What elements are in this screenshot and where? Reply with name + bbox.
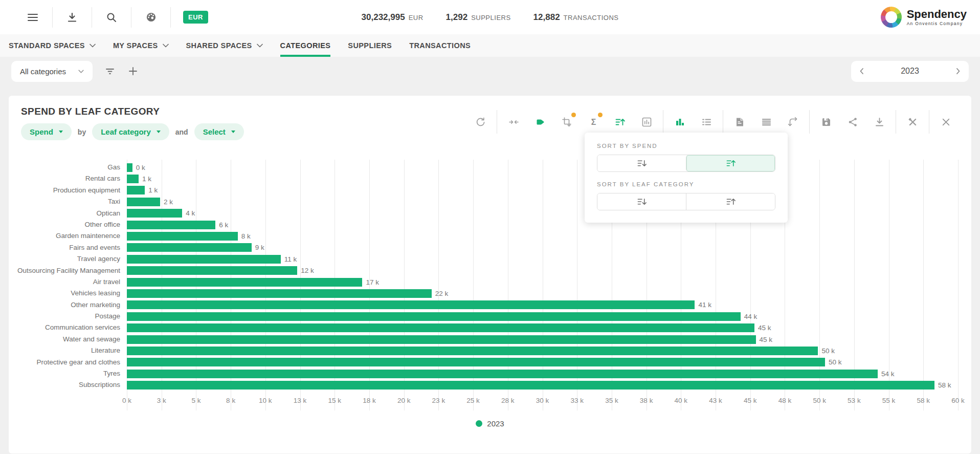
bar[interactable] [127,312,741,321]
x-tick-label: 60 k [951,397,965,404]
x-tick-label: 55 k [882,397,896,404]
download-icon [66,12,78,23]
bar-value-label: 54 k [881,370,895,378]
sort-descending-icon [637,158,647,168]
search-button[interactable] [92,0,131,34]
next-year-button[interactable] [956,68,961,75]
topbar-icon-group: EUR [13,0,208,34]
add-filter-button[interactable] [128,67,138,76]
secondary-selector[interactable]: Select [194,123,244,140]
table-view-button[interactable] [753,110,779,134]
nav-shared-spaces[interactable]: SHARED SPACES [186,34,263,57]
x-tick-label: 30 k [536,397,549,404]
sort-category-descending-button[interactable] [597,193,686,210]
nav-label: STANDARD SPACES [9,41,85,50]
bar[interactable] [127,255,281,264]
download-button[interactable] [53,0,92,34]
sort-spend-ascending-button[interactable] [686,155,775,171]
bar[interactable] [127,335,756,344]
measure-value: Spend [30,127,53,136]
tools-icon [907,117,918,127]
chevron-down-icon [78,70,84,73]
collapse-columns-button[interactable] [500,110,527,134]
tools-button[interactable] [899,110,926,134]
bar[interactable] [127,370,878,378]
measure-selector[interactable]: Spend [21,123,72,140]
plus-icon [128,67,138,76]
menu-icon [27,11,39,24]
nav-suppliers[interactable]: SUPPLIERS [348,34,392,57]
export-download-button[interactable] [866,110,893,134]
bar[interactable] [127,221,215,229]
x-tick-label: 10 k [259,397,272,404]
bar[interactable] [127,209,182,218]
divider [929,110,929,134]
chart-frame-icon [641,117,652,127]
bar-value-label: 0 k [136,164,145,171]
bar-row: 6 k [127,219,958,230]
report-button[interactable] [726,110,753,134]
x-tick-label: 8 k [226,397,235,404]
sort-popover: SORT BY SPEND SORT BY LEAF CATEGORY [585,133,788,223]
sum-button[interactable]: Σ [580,110,607,134]
category-filter-dropdown[interactable]: All categories [11,61,93,82]
year-value: 2023 [901,67,919,76]
bar[interactable] [127,243,252,252]
x-tick-label: 13 k [294,397,307,404]
bar-value-label: 6 k [219,221,228,229]
nav-categories[interactable]: CATEGORIES [280,34,331,57]
menu-button[interactable] [13,0,52,34]
tag-button[interactable] [527,110,553,134]
bar[interactable] [127,163,132,172]
chart-options-button[interactable] [633,110,660,134]
save-button[interactable] [813,110,839,134]
palette-button[interactable] [131,0,170,34]
category-label: Other marketing [9,299,127,311]
currency-badge[interactable]: EUR [183,11,208,24]
bar-value-label: 44 k [744,313,758,320]
search-icon [106,12,117,23]
bar[interactable] [127,266,297,275]
category-label: Air travel [9,276,127,288]
reset-button[interactable] [467,110,494,134]
panel-header: SPEND BY LEAF CATEGORY Spend by Leaf cat… [9,96,971,140]
main-nav: STANDARD SPACES MY SPACES SHARED SPACES … [0,34,980,57]
list-view-button[interactable] [693,110,720,134]
sort-category-ascending-button[interactable] [686,193,775,210]
sort-spend-descending-button[interactable] [597,155,686,171]
bar[interactable] [127,289,432,298]
category-label: Literature [9,345,127,356]
x-tick-label: 18 k [363,397,376,404]
bar[interactable] [127,323,754,332]
filter-button[interactable] [105,66,115,76]
close-icon [941,117,951,127]
close-panel-button[interactable] [932,110,959,134]
nav-my-spaces[interactable]: MY SPACES [113,34,169,57]
bar[interactable] [127,175,139,183]
bar-value-label: 50 k [821,347,835,355]
dimension-selector[interactable]: Leaf category [92,123,169,140]
legend-dot-icon [476,420,482,427]
bar[interactable] [127,381,934,390]
bar[interactable] [127,358,825,366]
nav-label: TRANSACTIONS [409,41,471,50]
bar[interactable] [127,347,818,355]
pivot-button[interactable] [779,110,806,134]
bar[interactable] [127,186,145,194]
list-icon [701,117,712,127]
chart-legend: 2023 [9,419,971,428]
bar[interactable] [127,278,362,287]
app-logo: Spendency An Onventis Company [881,7,967,28]
bar-row: 1 k [127,173,958,184]
crop-button[interactable] [553,110,580,134]
sort-button[interactable] [607,110,633,134]
bar-chart-view-button[interactable] [666,110,693,134]
bar[interactable] [127,232,238,241]
bar[interactable] [127,198,160,206]
share-button[interactable] [839,110,866,134]
nav-transactions[interactable]: TRANSACTIONS [409,34,471,57]
previous-year-button[interactable] [859,68,864,75]
nav-standard-spaces[interactable]: STANDARD SPACES [9,34,96,57]
bar[interactable] [127,300,695,309]
chevron-right-icon [956,68,961,75]
